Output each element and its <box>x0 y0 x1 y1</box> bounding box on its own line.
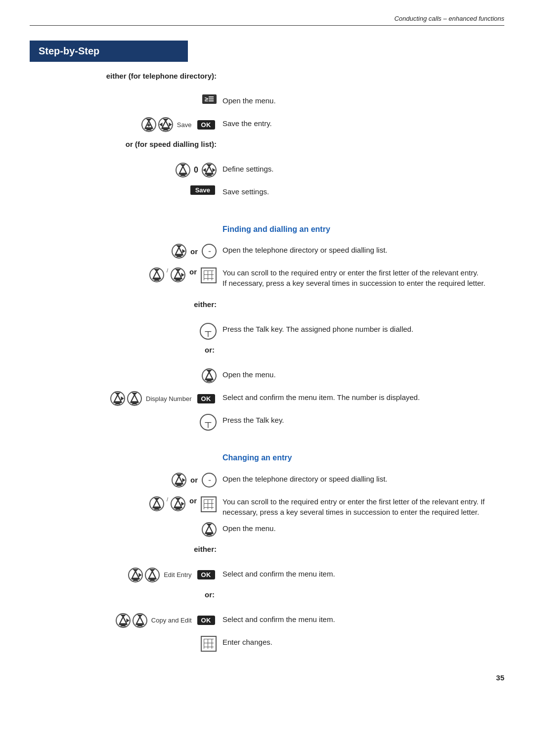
save-entry-text: Save the entry. <box>222 117 504 129</box>
row-save-entry: Save OK Save the entry. <box>30 117 504 135</box>
row-copy-edit: Copy and Edit OK Select and confirm the … <box>30 613 504 631</box>
svg-marker-35 <box>155 270 159 271</box>
svg-marker-59 <box>178 475 181 476</box>
ok-btn-save: OK <box>197 120 216 130</box>
display-number-label: Display Number <box>146 395 191 402</box>
svg-marker-89 <box>122 615 125 617</box>
talk-key-2: ┬ <box>200 414 217 431</box>
open-menu-1-text: Open the menu. <box>222 94 504 106</box>
row-scroll-entry: / or You can scroll to the required entr… <box>30 267 504 288</box>
display-number-text: Select and confirm the menu item. The nu… <box>222 391 504 402</box>
dots-icon-1: ··· <box>202 244 217 259</box>
enter-changes-text: Enter changes. <box>222 636 504 647</box>
zero-label: 0 <box>194 166 198 175</box>
svg-marker-55 <box>133 394 136 395</box>
svg-marker-42 <box>205 372 213 380</box>
row-enter-changes: Enter changes. <box>30 636 504 654</box>
svg-marker-92 <box>136 617 143 624</box>
svg-marker-13 <box>169 124 171 126</box>
row-either-2: either: <box>30 545 504 563</box>
kbd-grid-1 <box>201 267 217 283</box>
define-settings-text: Define settings. <box>222 163 504 174</box>
or-speed-label: or (for speed dialling list): <box>30 140 222 148</box>
nav-btn-ce-2 <box>133 613 147 628</box>
talk-key-1: ┬ <box>200 323 217 340</box>
svg-marker-6 <box>162 121 169 128</box>
svg-marker-41 <box>182 274 183 276</box>
nav-btn-ds-1 <box>176 163 190 178</box>
svg-marker-75 <box>208 524 211 526</box>
svg-marker-18 <box>205 166 213 174</box>
row-open-menu-3: Open the menu. <box>30 522 504 540</box>
svg-marker-69 <box>177 498 180 500</box>
svg-marker-95 <box>138 615 142 617</box>
talk-key-text-2: Press the Talk key. <box>222 414 504 425</box>
svg-marker-65 <box>155 498 159 500</box>
page-header: Conducting calls – enhanced functions <box>30 15 504 26</box>
nav-btn-scroll-1 <box>149 267 164 282</box>
row-display-number: Display Number OK Select and confirm the… <box>30 391 504 409</box>
nav-btn-dn-1 <box>110 391 125 406</box>
menu-icon-1: ≥☰ <box>202 94 217 104</box>
edit-entry-label: Edit Entry <box>164 571 191 578</box>
page-number: 35 <box>30 673 504 682</box>
svg-marker-76 <box>132 571 139 578</box>
svg-marker-9 <box>164 119 168 121</box>
scroll-entry-text: You can scroll to the required entry or … <box>222 267 504 288</box>
section-or-speed: or (for speed dialling list): <box>30 140 504 158</box>
header-title: Conducting calls – enhanced functions <box>394 15 504 22</box>
svg-marker-85 <box>151 570 154 571</box>
nav-btn-om3 <box>202 522 217 537</box>
open-menu-2-text: Open the menu. <box>222 368 504 380</box>
svg-marker-45 <box>208 371 211 372</box>
row-open-tel-1: or ··· Open the telephone directory or s… <box>30 244 504 262</box>
row-talk-key-2: ┬ Press the Talk key. <box>30 414 504 432</box>
save-settings-btn: Save <box>190 185 215 195</box>
svg-marker-26 <box>175 248 182 255</box>
row-edit-entry: Edit Entry OK Select and confirm the men… <box>30 568 504 585</box>
row-or-1: or: <box>30 346 504 363</box>
nav-btn-dn-2 <box>127 391 142 406</box>
nav-btn-save-2 <box>158 117 173 132</box>
edit-entry-text: Select and confirm the menu item. <box>222 568 504 579</box>
svg-marker-66 <box>174 500 181 507</box>
row-either-1: either: <box>30 300 504 318</box>
svg-marker-17 <box>181 165 185 166</box>
nav-btn-scroll2-1 <box>149 496 164 511</box>
step-by-step-banner: Step-by-Step <box>30 41 188 62</box>
finding-heading-row: Finding and dialling an entry <box>30 215 504 239</box>
nav-btn-ds-2 <box>202 163 217 178</box>
svg-marker-86 <box>119 617 127 624</box>
svg-marker-51 <box>122 398 123 400</box>
save-settings-text: Save settings. <box>222 185 504 197</box>
nav-btn-ee-2 <box>145 568 160 582</box>
svg-marker-52 <box>131 395 138 402</box>
row-save-settings: Save Save settings. <box>30 185 504 203</box>
nav-btn-ee-1 <box>128 568 143 582</box>
or-label-chg-2: or <box>189 496 197 505</box>
svg-marker-71 <box>182 503 183 505</box>
svg-marker-29 <box>178 246 181 248</box>
or-label-find-1: or <box>190 247 198 256</box>
row-or-2: or: <box>30 590 504 608</box>
row-define-settings: 0 Define settings. <box>30 163 504 180</box>
svg-marker-82 <box>149 571 156 578</box>
svg-marker-91 <box>127 620 128 622</box>
section-either-tel: either (for telephone directory): <box>30 72 504 89</box>
svg-marker-56 <box>175 476 182 484</box>
nav-btn-scroll2-2 <box>171 496 185 511</box>
row-talk-key-1: ┬ Press the Talk key. The assigned phone… <box>30 323 504 341</box>
or-1: or: <box>205 346 215 354</box>
talk-key-text-1: Press the Talk key. The assigned phone n… <box>222 323 504 334</box>
svg-marker-31 <box>183 250 184 252</box>
svg-marker-32 <box>153 271 160 279</box>
or-label-find-2: or <box>189 267 197 276</box>
svg-marker-39 <box>177 270 180 271</box>
finding-heading: Finding and dialling an entry <box>222 224 504 235</box>
nav-btn-save-1 <box>141 117 156 132</box>
svg-marker-23 <box>204 169 205 171</box>
svg-marker-61 <box>183 479 184 481</box>
svg-marker-5 <box>147 119 151 121</box>
nav-btn-otd2-1 <box>172 473 186 488</box>
changing-heading: Changing an entry <box>222 452 504 463</box>
